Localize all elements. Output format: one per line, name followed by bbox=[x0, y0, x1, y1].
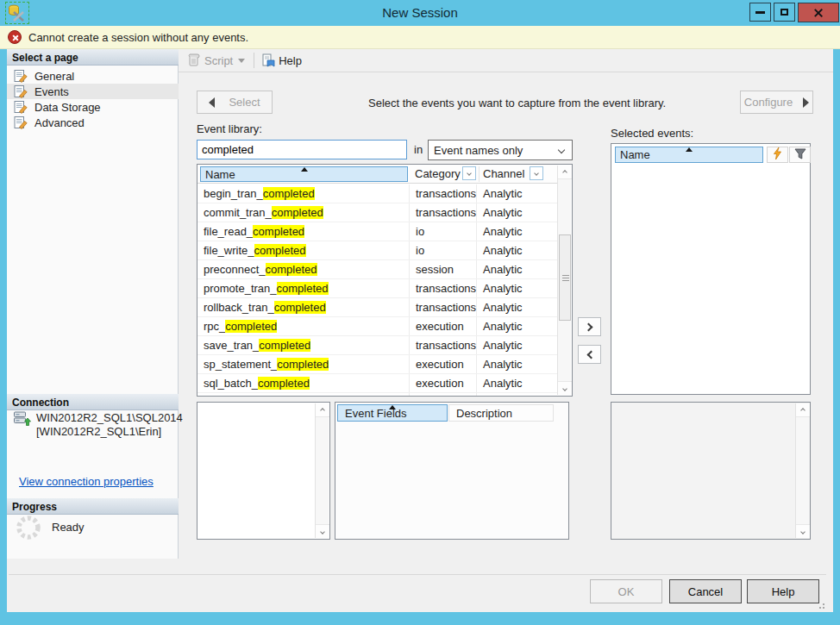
scroll-down-icon[interactable] bbox=[316, 524, 329, 538]
ok-button[interactable]: OK bbox=[590, 579, 662, 603]
script-button[interactable]: Script bbox=[204, 54, 233, 67]
event-name-cell: sql_batch_completed bbox=[197, 374, 410, 392]
connection-server: WIN2012R2_SQL1\SQL2014 [WIN2012R2_SQL1\E… bbox=[36, 411, 183, 439]
event-row[interactable]: file_write_completed io Analytic bbox=[197, 241, 557, 260]
sidebar-page-events[interactable]: Events bbox=[7, 84, 179, 99]
configure-button[interactable]: Configure bbox=[740, 91, 813, 114]
event-channel-cell: Analytic bbox=[477, 184, 557, 203]
event-row[interactable]: commit_tran_completed transactions Analy… bbox=[197, 203, 557, 222]
event-library-table: Name Category Channel begin_tran_complet… bbox=[197, 164, 573, 397]
event-row[interactable]: sql_batch_completed execution Analytic bbox=[197, 374, 557, 393]
event-row[interactable]: save_tran_completed transactions Analyti… bbox=[197, 336, 557, 355]
help-button[interactable]: Help bbox=[747, 579, 819, 603]
event-category-cell: transactions bbox=[410, 336, 477, 354]
select-arrow-icon bbox=[209, 97, 215, 108]
event-row[interactable]: sp_statement_completed execution Analyti… bbox=[197, 355, 557, 374]
selected-events-table: Name bbox=[611, 143, 811, 395]
event-category-cell: io bbox=[410, 222, 477, 241]
select-button[interactable]: Select bbox=[197, 91, 273, 114]
tab-event-fields[interactable]: Event Fields bbox=[337, 404, 448, 422]
title-bar[interactable]: New Session bbox=[0, 0, 840, 26]
event-channel-cell: Analytic bbox=[477, 241, 557, 259]
event-library-label: Event library: bbox=[197, 122, 262, 135]
remove-event-button[interactable] bbox=[578, 345, 601, 364]
event-row[interactable]: promote_tran_completed transactions Anal… bbox=[197, 279, 557, 298]
sidebar-page-general[interactable]: General bbox=[7, 68, 179, 84]
progress-header: Progress bbox=[7, 498, 179, 515]
instruction-text: Select the events you want to capture fr… bbox=[368, 97, 666, 109]
maximize-icon bbox=[780, 9, 788, 16]
script-dropdown-icon[interactable] bbox=[238, 59, 245, 63]
progress-status: Ready bbox=[52, 521, 85, 534]
column-header-channel[interactable]: Channel bbox=[479, 166, 544, 182]
channel-filter-dropdown[interactable] bbox=[530, 166, 543, 180]
tab-description[interactable]: Description bbox=[448, 404, 554, 422]
sidebar-page-advanced[interactable]: Advanced bbox=[7, 115, 179, 130]
event-name-cell: sp_statement_completed bbox=[197, 355, 410, 373]
event-category-cell: execution bbox=[410, 317, 477, 335]
chevron-down-icon bbox=[467, 171, 472, 176]
help-toolbar-button[interactable]: Help bbox=[279, 54, 302, 67]
event-row[interactable]: begin_tran_completed transactions Analyt… bbox=[197, 184, 557, 203]
details-scrollbar[interactable] bbox=[795, 403, 809, 538]
event-filter-button[interactable] bbox=[789, 147, 811, 163]
maximize-button[interactable] bbox=[774, 3, 795, 22]
scroll-up-icon[interactable] bbox=[558, 166, 572, 179]
event-channel-cell: Analytic bbox=[477, 393, 557, 396]
event-config-button[interactable] bbox=[767, 147, 788, 163]
event-category-cell: transactions bbox=[410, 298, 477, 316]
event-channel-cell: Analytic bbox=[477, 355, 557, 373]
scroll-up-icon[interactable] bbox=[796, 403, 810, 417]
category-list-scrollbar[interactable] bbox=[315, 403, 329, 538]
event-row[interactable]: sql_statement_completed execution Analyt… bbox=[197, 393, 557, 396]
close-button[interactable] bbox=[798, 3, 839, 22]
cancel-button[interactable]: Cancel bbox=[669, 579, 742, 603]
event-category-cell: execution bbox=[410, 355, 477, 373]
minimize-icon bbox=[755, 11, 765, 14]
library-scrollbar[interactable] bbox=[557, 166, 571, 395]
event-name-cell: commit_tran_completed bbox=[197, 203, 410, 222]
connection-item: WIN2012R2_SQL1\SQL2014 [WIN2012R2_SQL1\E… bbox=[14, 411, 174, 439]
event-channel-cell: Analytic bbox=[477, 279, 557, 297]
minimize-button[interactable] bbox=[749, 3, 771, 22]
event-row[interactable]: rollback_tran_completed transactions Ana… bbox=[197, 298, 557, 317]
scroll-down-icon[interactable] bbox=[796, 524, 810, 538]
column-header-name[interactable]: Name bbox=[200, 166, 408, 182]
filter-icon bbox=[794, 148, 806, 162]
footer-divider bbox=[9, 574, 826, 575]
chevron-left-icon bbox=[586, 350, 595, 359]
close-icon bbox=[813, 8, 824, 18]
event-name-cell: begin_tran_completed bbox=[197, 184, 410, 203]
event-name-cell: rpc_completed bbox=[197, 317, 410, 335]
resize-grip[interactable] bbox=[816, 600, 826, 610]
page-icon bbox=[14, 100, 28, 114]
event-name-cell: save_tran_completed bbox=[197, 336, 410, 354]
search-scope-select[interactable]: Event names only bbox=[428, 140, 573, 160]
selected-column-header-name[interactable]: Name bbox=[615, 147, 763, 163]
sort-ascending-icon bbox=[301, 167, 308, 172]
event-search-input[interactable] bbox=[197, 140, 407, 159]
toolbar-divider bbox=[254, 53, 254, 68]
selected-events-label: Selected events: bbox=[611, 127, 693, 140]
sidebar-page-data-storage[interactable]: Data Storage bbox=[7, 99, 179, 115]
event-row[interactable]: file_read_completed io Analytic bbox=[197, 222, 557, 241]
event-row[interactable]: rpc_completed execution Analytic bbox=[197, 317, 557, 336]
sidebar-pages: General Events Data Storage bbox=[7, 68, 179, 130]
toolbar: Script Help bbox=[179, 49, 833, 72]
event-category-cell: session bbox=[410, 260, 477, 278]
view-connection-properties-link[interactable]: View connection properties bbox=[19, 475, 154, 488]
sidebar: Select a page General Events bbox=[7, 49, 179, 559]
error-text: Cannot create a session without any even… bbox=[28, 31, 248, 44]
event-channel-cell: Analytic bbox=[477, 336, 557, 354]
select-a-page-header: Select a page bbox=[7, 49, 179, 66]
sidebar-page-label: Data Storage bbox=[34, 101, 101, 114]
event-name-cell: promote_tran_completed bbox=[197, 279, 410, 297]
add-event-button[interactable] bbox=[578, 317, 601, 336]
scrollbar-thumb[interactable] bbox=[559, 234, 571, 321]
column-header-category[interactable]: Category bbox=[411, 166, 477, 182]
category-filter-dropdown[interactable] bbox=[462, 166, 476, 180]
error-icon bbox=[8, 30, 22, 44]
scroll-down-icon[interactable] bbox=[558, 381, 572, 395]
scroll-up-icon[interactable] bbox=[316, 403, 329, 417]
event-row[interactable]: preconnect_completed session Analytic bbox=[197, 260, 557, 279]
